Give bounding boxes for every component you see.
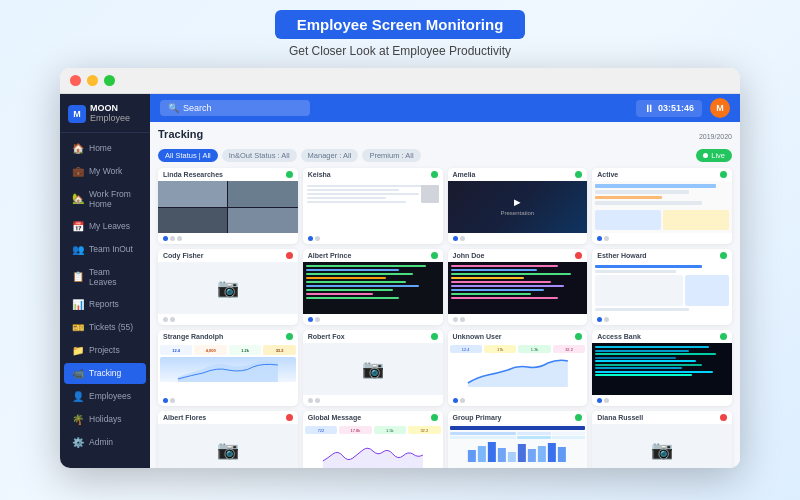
camera-off-icon: 📷 (362, 358, 384, 380)
camera-off-icon: 📷 (217, 277, 239, 299)
sidebar-item-home[interactable]: 🏠 Home (64, 138, 146, 159)
activity-dot (315, 236, 320, 241)
activity-dot (453, 317, 458, 322)
timer-badge: ⏸ 03:51:46 (636, 100, 702, 117)
activity-dot (163, 398, 168, 403)
sidebar-item-projects[interactable]: 📁 Projects (64, 340, 146, 361)
minimize-button[interactable] (87, 75, 98, 86)
thumb-card-albert[interactable]: Albert Prince (303, 249, 443, 325)
thumb-card-amelia[interactable]: Amelia ▶ Presentation (448, 168, 588, 244)
status-indicator (286, 333, 293, 340)
status-indicator (720, 252, 727, 259)
sidebar-item-employees[interactable]: 👤 Employees (64, 386, 146, 407)
activity-dot (163, 317, 168, 322)
svg-rect-3 (497, 448, 505, 462)
thumb-card-unknown[interactable]: Unknown User 12.4 17k 1.3k 32.2 (448, 330, 588, 406)
thumb-card-diana[interactable]: Diana Russell 📷 (592, 411, 732, 468)
card-name-strange: Strange Randolph (163, 333, 223, 340)
thumb-card-keisha[interactable]: Keisha (303, 168, 443, 244)
activity-dot (597, 398, 602, 403)
thumb-card-albert-flores[interactable]: Albert Flores 📷 (158, 411, 298, 468)
card-name-global: Global Message (308, 414, 361, 421)
user-avatar[interactable]: M (710, 98, 730, 118)
filter-manager[interactable]: Manager : All (301, 149, 359, 162)
card-name-active: Active (597, 171, 618, 178)
card-name-albert: Albert Prince (308, 252, 352, 259)
svg-rect-6 (527, 449, 535, 462)
activity-dot (460, 236, 465, 241)
status-indicator (720, 414, 727, 421)
maximize-button[interactable] (104, 75, 115, 86)
sidebar: M MOONEmployee 🏠 Home 💼 My Work 🏡 Work F… (60, 94, 150, 468)
activity-dot (177, 236, 182, 241)
filter-premium[interactable]: Premium : All (362, 149, 420, 162)
projects-icon: 📁 (72, 345, 84, 356)
filter-hr-status[interactable]: In&Out Status : All (222, 149, 297, 162)
search-placeholder: Search (183, 103, 212, 113)
svg-rect-5 (517, 444, 525, 462)
activity-dot (315, 317, 320, 322)
sidebar-item-admin[interactable]: ⚙️ Admin (64, 432, 146, 453)
sidebar-item-wfh[interactable]: 🏡 Work From Home (64, 184, 146, 214)
card-name-diana: Diana Russell (597, 414, 643, 421)
activity-dot (315, 398, 320, 403)
activity-dot (453, 398, 458, 403)
logo-text: MOONEmployee (90, 104, 130, 124)
thumb-card-linda[interactable]: Linda Researches (158, 168, 298, 244)
sidebar-label-holidays: Holidays (89, 414, 122, 424)
timer-value: 03:51:46 (658, 103, 694, 113)
sidebar-item-leaves[interactable]: 📅 My Leaves (64, 216, 146, 237)
activity-dot (604, 317, 609, 322)
filter-all-status[interactable]: All Status | All (158, 149, 218, 162)
live-dot (703, 153, 708, 158)
sidebar-label-employees: Employees (89, 391, 131, 401)
thumb-card-active[interactable]: Active (592, 168, 732, 244)
status-indicator (431, 333, 438, 340)
card-name-amelia: Amelia (453, 171, 476, 178)
sidebar-label-admin: Admin (89, 437, 113, 447)
sidebar-item-holidays[interactable]: 🌴 Holidays (64, 409, 146, 430)
card-name-albert-flores: Albert Flores (163, 414, 206, 421)
card-name-john: John Doe (453, 252, 485, 259)
live-label: Live (711, 151, 725, 160)
page-title: Tracking (158, 128, 203, 140)
home-icon: 🏠 (72, 143, 84, 154)
sidebar-label-teaminout: Team InOut (89, 244, 133, 254)
card-name-robert: Robert Fox (308, 333, 345, 340)
close-button[interactable] (70, 75, 81, 86)
sidebar-item-tracking[interactable]: 📹 Tracking (64, 363, 146, 384)
status-indicator (431, 414, 438, 421)
sidebar-item-mywork[interactable]: 💼 My Work (64, 161, 146, 182)
thumb-card-esther[interactable]: Esther Howard (592, 249, 732, 325)
card-name-unknown: Unknown User (453, 333, 502, 340)
mywork-icon: 💼 (72, 166, 84, 177)
card-name-linda: Linda Researches (163, 171, 223, 178)
live-badge: Live (696, 149, 732, 162)
sidebar-item-tickets[interactable]: 🎫 Tickets (55) (64, 317, 146, 338)
thumb-card-john[interactable]: John Doe (448, 249, 588, 325)
activity-dot (163, 236, 168, 241)
svg-rect-0 (467, 450, 475, 462)
mac-window: M MOONEmployee 🏠 Home 💼 My Work 🏡 Work F… (60, 68, 740, 468)
search-box[interactable]: 🔍 Search (160, 100, 310, 116)
activity-dot (308, 317, 313, 322)
app-header: Employee Screen Monitoring Get Closer Lo… (0, 0, 800, 64)
status-indicator (286, 414, 293, 421)
status-indicator (575, 414, 582, 421)
card-name-esther: Esther Howard (597, 252, 646, 259)
svg-rect-7 (537, 446, 545, 462)
status-indicator (720, 333, 727, 340)
thumb-card-cody[interactable]: Cody Fisher 📷 (158, 249, 298, 325)
sidebar-item-teamleaves[interactable]: 📋 Team Leaves (64, 262, 146, 292)
tickets-icon: 🎫 (72, 322, 84, 333)
status-indicator (286, 171, 293, 178)
thumb-card-strange[interactable]: Strange Randolph 12.4 4,000 1.2k 33.2 (158, 330, 298, 406)
thumb-card-global[interactable]: Global Message 722 17.8k 1.5k 32.2 (303, 411, 443, 468)
thumb-card-group[interactable]: Group Primary (448, 411, 588, 468)
thumb-card-robert[interactable]: Robert Fox 📷 (303, 330, 443, 406)
sidebar-item-teaminout[interactable]: 👥 Team InOut (64, 239, 146, 260)
status-indicator (431, 171, 438, 178)
sidebar-label-leaves: My Leaves (89, 221, 130, 231)
sidebar-item-reports[interactable]: 📊 Reports (64, 294, 146, 315)
thumb-card-access[interactable]: Access Bank (592, 330, 732, 406)
